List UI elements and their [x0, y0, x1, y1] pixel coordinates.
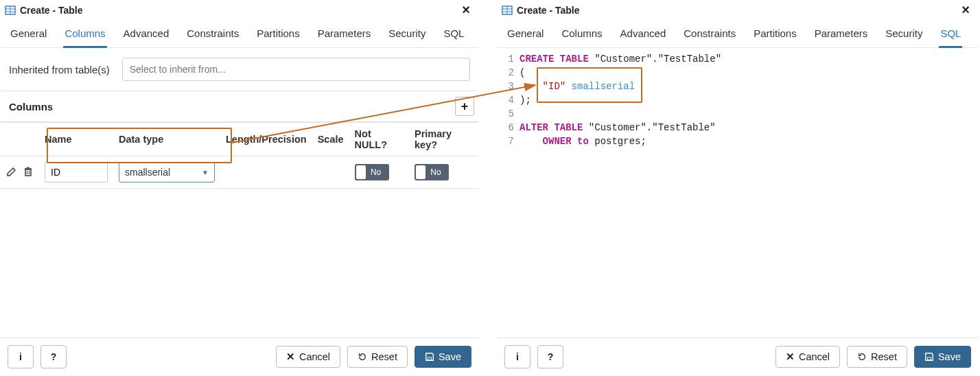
close-icon[interactable]: × — [458, 2, 474, 18]
inherited-label: Inherited from table(s) — [9, 64, 110, 75]
save-button[interactable]: Save — [415, 346, 471, 368]
tab-security[interactable]: Security — [387, 25, 427, 47]
tab-general[interactable]: General — [506, 25, 545, 47]
tab-bar: General Columns Advanced Constraints Par… — [1, 19, 478, 48]
svg-rect-4 — [25, 169, 31, 176]
svg-rect-9 — [428, 357, 431, 360]
column-datatype-value: smallserial — [125, 167, 170, 178]
delete-row-icon[interactable] — [23, 166, 34, 179]
col-header-notnull: Not NULL? — [349, 123, 409, 156]
columns-label: Columns — [9, 101, 53, 113]
tab-general[interactable]: General — [9, 25, 48, 47]
add-column-button[interactable]: + — [455, 97, 474, 116]
column-row: smallserial ▼ No No — [1, 156, 478, 189]
reset-button[interactable]: Reset — [847, 346, 907, 368]
tab-sql[interactable]: SQL — [939, 25, 962, 48]
edit-row-icon[interactable] — [6, 166, 17, 179]
tab-columns[interactable]: Columns — [560, 25, 603, 47]
tab-partitions[interactable]: Partitions — [255, 25, 301, 47]
table-icon — [5, 5, 16, 16]
save-button[interactable]: Save — [914, 346, 971, 368]
reset-button[interactable]: Reset — [347, 346, 408, 368]
help-button[interactable]: ? — [40, 345, 67, 368]
column-datatype-select[interactable]: smallserial ▼ — [119, 162, 215, 183]
sql-editor[interactable]: 1234567 CREATE TABLE "Customer"."TestTab… — [498, 48, 978, 152]
tab-sql[interactable]: SQL — [442, 25, 465, 47]
col-header-length: Length/Precision — [220, 123, 312, 156]
create-table-dialog-sql: Create - Table × General Columns Advance… — [497, 0, 979, 376]
tab-security[interactable]: Security — [884, 25, 924, 47]
tab-advanced[interactable]: Advanced — [619, 25, 668, 47]
primarykey-toggle[interactable]: No — [415, 164, 449, 180]
col-header-name: Name — [39, 123, 113, 156]
col-header-datatype: Data type — [113, 123, 220, 156]
sql-code: CREATE TABLE "Customer"."TestTable" ( "I… — [520, 52, 721, 148]
col-header-pkey: Primary key? — [409, 123, 478, 156]
table-icon — [502, 5, 513, 16]
svg-rect-14 — [927, 357, 931, 360]
notnull-toggle[interactable]: No — [355, 164, 389, 180]
chevron-down-icon: ▼ — [202, 169, 209, 176]
tab-bar: General Columns Advanced Constraints Par… — [498, 19, 978, 48]
cancel-button[interactable]: ✕Cancel — [775, 346, 840, 368]
tab-constraints[interactable]: Constraints — [682, 25, 737, 47]
help-button[interactable]: ? — [537, 345, 563, 368]
columns-table: Name Data type Length/Precision Scale No… — [1, 122, 478, 189]
col-header-scale: Scale — [312, 123, 349, 156]
tab-parameters[interactable]: Parameters — [813, 25, 870, 47]
info-button[interactable]: i — [504, 345, 530, 368]
inherit-input[interactable] — [122, 58, 470, 81]
close-icon[interactable]: × — [957, 2, 974, 18]
dialog-title: Create - Table — [517, 5, 580, 16]
tab-advanced[interactable]: Advanced — [122, 25, 171, 47]
line-gutter: 1234567 — [498, 52, 520, 148]
dialog-title: Create - Table — [20, 5, 83, 16]
cancel-button[interactable]: ✕Cancel — [276, 346, 340, 368]
info-button[interactable]: i — [8, 345, 34, 368]
tab-parameters[interactable]: Parameters — [316, 25, 373, 47]
tab-constraints[interactable]: Constraints — [185, 25, 240, 47]
create-table-dialog-columns: Create - Table × General Columns Advance… — [0, 0, 479, 376]
tab-columns[interactable]: Columns — [63, 25, 106, 48]
tab-partitions[interactable]: Partitions — [752, 25, 798, 47]
column-name-input[interactable] — [45, 162, 108, 183]
